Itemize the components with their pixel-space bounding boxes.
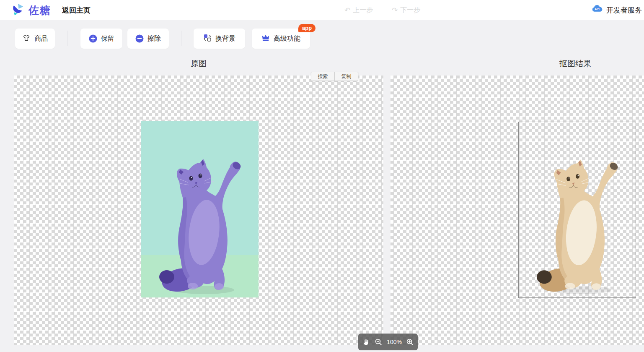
keep-button[interactable]: 保留 [80, 29, 122, 49]
redo-label: 下一步 [400, 6, 420, 15]
plus-circle-icon [89, 34, 97, 43]
change-background-label: 换背景 [215, 34, 235, 43]
copy-button[interactable]: 复制 [335, 72, 358, 81]
undo-label: 上一步 [353, 6, 373, 15]
toolbar-divider [67, 31, 67, 46]
zoom-out-icon[interactable] [375, 339, 382, 346]
cutout-result-canvas[interactable] [391, 76, 644, 345]
original-image-canvas[interactable] [14, 76, 383, 345]
developer-services-label: 开发者服务 [606, 5, 642, 15]
pan-hand-icon[interactable] [362, 338, 370, 346]
change-background-button[interactable]: 换背景 [194, 29, 245, 49]
minus-circle-icon [135, 34, 144, 43]
zoom-control-bar: 100% [358, 334, 418, 350]
product-label: 商品 [34, 34, 48, 43]
api-cloud-icon: API [592, 5, 603, 16]
shirt-icon [22, 34, 31, 44]
zoom-level-value: 100% [387, 339, 402, 345]
undo-button[interactable]: ↶ 上一步 [344, 0, 373, 20]
erase-button[interactable]: 擦除 [127, 29, 169, 49]
erase-label: 擦除 [147, 34, 161, 43]
back-to-homepage-link[interactable]: 返回主页 [62, 0, 91, 20]
crown-icon [261, 34, 270, 43]
original-photo [141, 121, 259, 297]
redo-icon: ↷ [392, 6, 398, 15]
api-badge-text: API [595, 8, 599, 10]
original-image-title: 原图 [14, 58, 383, 69]
zoom-in-icon[interactable] [406, 339, 414, 346]
original-cat-image [141, 121, 259, 297]
cutout-result-title: 抠图结果 [391, 58, 644, 69]
toolbar-divider [181, 31, 181, 46]
app-badge: app [298, 24, 316, 32]
product-button[interactable]: 商品 [15, 29, 55, 49]
advanced-features-label: 高级功能 [274, 34, 300, 43]
top-header-bar: 佐糖 返回主页 ↶ 上一步 ↷ 下一步 API 开发者服务 [0, 0, 644, 20]
cutout-cat-image [519, 122, 636, 297]
redo-button[interactable]: ↷ 下一步 [392, 0, 420, 20]
swap-background-icon [203, 34, 212, 44]
logo-icon [11, 3, 24, 18]
logo-wordmark: 佐糖 [28, 3, 51, 17]
developer-services-link[interactable]: API 开发者服务 [592, 0, 642, 20]
keep-label: 保留 [101, 34, 114, 43]
background-removal-editor: 佐糖 返回主页 ↶ 上一步 ↷ 下一步 API 开发者服务 [0, 0, 644, 352]
brand-logo[interactable]: 佐糖 [11, 0, 51, 20]
cutout-result-bounds [518, 122, 636, 298]
text-selection-popup: 搜索 复制 [311, 72, 358, 81]
undo-icon: ↶ [344, 6, 350, 15]
search-button[interactable]: 搜索 [311, 72, 334, 81]
